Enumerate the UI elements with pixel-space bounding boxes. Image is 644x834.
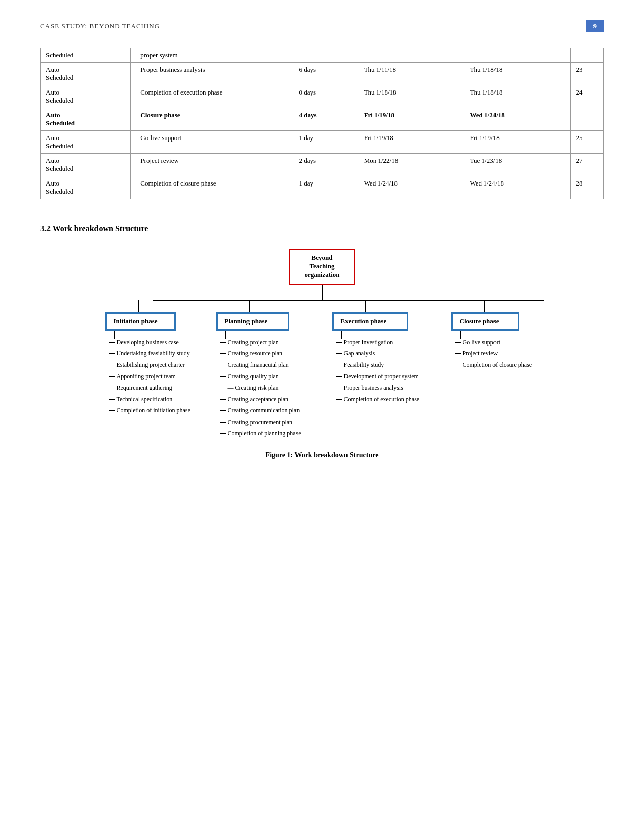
item-text: Completion of closure phase bbox=[463, 361, 532, 369]
cell-duration: 6 days bbox=[293, 63, 359, 85]
cell-task: Closure phase bbox=[130, 108, 293, 131]
item-text: Creating communication plan bbox=[228, 407, 300, 415]
cell-task: Go live support bbox=[130, 131, 293, 154]
tick bbox=[220, 353, 226, 354]
item-text: Developing business case bbox=[117, 339, 179, 347]
cell-duration: 0 days bbox=[293, 85, 359, 108]
wbs-section-heading: 3.2 Work breakdown Structure bbox=[40, 224, 604, 234]
tick bbox=[336, 353, 342, 354]
table-row: AutoScheduled Completion of closure phas… bbox=[41, 176, 604, 199]
cell-status: AutoScheduled bbox=[41, 176, 131, 199]
tick bbox=[220, 399, 226, 400]
cell-id: 28 bbox=[571, 176, 604, 199]
root-stem bbox=[322, 285, 323, 300]
table-row: AutoScheduled Project review 2 days Mon … bbox=[41, 154, 604, 176]
cell-finish: Wed 1/24/18 bbox=[465, 176, 571, 199]
branches-row: Initiation phase Developing business cas… bbox=[100, 300, 544, 441]
table-row: AutoScheduled Closure phase 4 days Fri 1… bbox=[41, 108, 604, 131]
item-text: Creating procurement plan bbox=[228, 419, 293, 427]
tick bbox=[109, 376, 115, 377]
item-text: Proper business analysis bbox=[344, 384, 403, 392]
cell-id: 23 bbox=[571, 63, 604, 85]
cell-task: Project review bbox=[130, 154, 293, 176]
phase-label-planning: Planning phase bbox=[225, 317, 268, 325]
tick bbox=[220, 422, 226, 423]
page-header: CASE STUDY: BEYOND TEACHING 9 bbox=[40, 20, 604, 32]
table-row: Scheduled proper system bbox=[41, 48, 604, 63]
horiz-bar bbox=[153, 300, 544, 301]
initiation-items: Developing business case Undertaking fea… bbox=[109, 339, 190, 419]
item-text: Requirement gathering bbox=[117, 384, 172, 392]
item-text: Creating finanacuial plan bbox=[228, 361, 289, 369]
tick bbox=[336, 365, 342, 365]
list-item: Creating quality plan bbox=[220, 373, 301, 381]
table-row: AutoScheduled Go live support 1 day Fri … bbox=[41, 131, 604, 154]
phase-sub-stem-planning bbox=[225, 331, 226, 339]
list-item: Creating project plan bbox=[220, 339, 301, 347]
branch-stem-closure bbox=[484, 300, 485, 312]
phase-box-initiation: Initiation phase bbox=[105, 312, 176, 331]
cell-id: 25 bbox=[571, 131, 604, 154]
branch-execution: Execution phase Proper Investigation Gap… bbox=[327, 300, 446, 407]
cell-task: Completion of closure phase bbox=[130, 176, 293, 199]
cell-duration: 4 days bbox=[293, 108, 359, 131]
tick bbox=[220, 342, 226, 343]
cell-status: AutoScheduled bbox=[41, 154, 131, 176]
cell-duration: 1 day bbox=[293, 131, 359, 154]
list-item: Completion of execution phase bbox=[336, 396, 420, 404]
list-item: Project review bbox=[455, 350, 532, 358]
list-item: Technical specification bbox=[109, 396, 190, 404]
branch-initiation: Initiation phase Developing business cas… bbox=[100, 300, 211, 419]
tick bbox=[336, 388, 342, 388]
item-text: Project review bbox=[463, 350, 498, 358]
cell-status: AutoScheduled bbox=[41, 131, 131, 154]
tick bbox=[220, 410, 226, 411]
phase-label-execution: Execution phase bbox=[341, 317, 387, 325]
tick bbox=[455, 353, 461, 354]
phase-box-execution: Execution phase bbox=[332, 312, 408, 331]
item-text: Completion of initiation phase bbox=[117, 407, 190, 415]
phase-sub-stem-closure bbox=[460, 331, 461, 339]
phase-sub-stem-execution bbox=[341, 331, 342, 339]
item-text: Creating project plan bbox=[228, 339, 279, 347]
item-text: Proper Investigation bbox=[344, 339, 393, 347]
list-item: Creating communication plan bbox=[220, 407, 301, 415]
tick bbox=[455, 365, 461, 365]
wbs-root-container: Beyond Teaching organization bbox=[289, 249, 355, 285]
list-item: Undertaking feasiability study bbox=[109, 350, 190, 358]
list-item: Proper Investigation bbox=[336, 339, 420, 347]
item-text: Development of proper system bbox=[344, 373, 419, 381]
table-row: AutoScheduled Completion of execution ph… bbox=[41, 85, 604, 108]
phase-sub-stem-initiation bbox=[114, 331, 115, 339]
cell-duration: 1 day bbox=[293, 176, 359, 199]
cell-id bbox=[571, 108, 604, 131]
cell-status: AutoScheduled bbox=[41, 108, 131, 131]
item-text: Go live support bbox=[463, 339, 501, 347]
tick bbox=[220, 433, 226, 434]
cell-id: 24 bbox=[571, 85, 604, 108]
cell-id: 27 bbox=[571, 154, 604, 176]
cell-duration bbox=[293, 48, 359, 63]
cell-start: Fri 1/19/18 bbox=[359, 131, 465, 154]
phase-label-closure: Closure phase bbox=[460, 317, 499, 325]
branch-stem-planning bbox=[249, 300, 250, 312]
tick bbox=[109, 342, 115, 343]
wbs-root-label: Beyond Teaching organization bbox=[304, 254, 339, 279]
cell-status: Scheduled bbox=[41, 48, 131, 63]
list-item: Estabilishing project charter bbox=[109, 361, 190, 369]
cell-start: Fri 1/19/18 bbox=[359, 108, 465, 131]
cell-start: Thu 1/18/18 bbox=[359, 85, 465, 108]
list-item: Creating acceptance plan bbox=[220, 396, 301, 404]
closure-items: Go live support Project review Completio… bbox=[455, 339, 532, 373]
item-text: — Creating risk plan bbox=[228, 384, 279, 392]
list-item: Creating resource plan bbox=[220, 350, 301, 358]
tick bbox=[336, 399, 342, 400]
cell-id bbox=[571, 48, 604, 63]
schedule-table: Scheduled proper system AutoScheduled Pr… bbox=[40, 48, 604, 199]
item-text: Apponiting project team bbox=[117, 373, 176, 381]
phase-box-planning: Planning phase bbox=[216, 312, 289, 331]
cell-start bbox=[359, 48, 465, 63]
item-text: Undertaking feasiability study bbox=[117, 350, 190, 358]
tick bbox=[220, 388, 226, 388]
list-item: — Creating risk plan bbox=[220, 384, 301, 392]
